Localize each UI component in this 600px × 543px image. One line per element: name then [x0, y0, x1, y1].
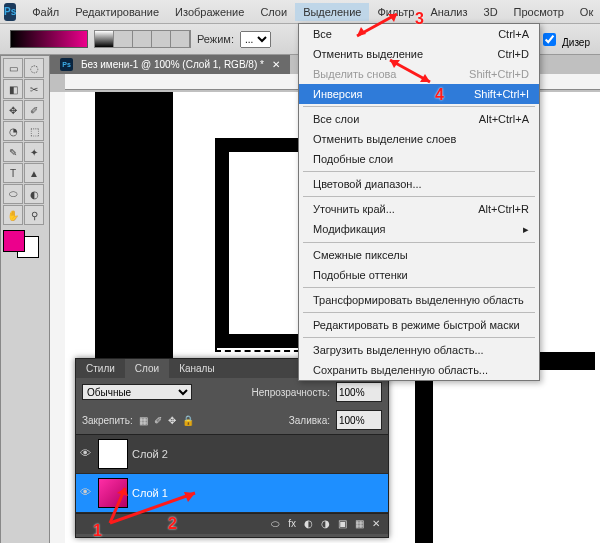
- lock-brush-icon[interactable]: ✐: [154, 415, 162, 426]
- opacity-label: Непрозрачность:: [251, 387, 330, 398]
- app-logo-icon: Ps: [4, 3, 16, 21]
- trash-icon[interactable]: ✕: [372, 518, 380, 530]
- annotation-arrow-4: [382, 52, 442, 92]
- tab-channels[interactable]: Каналы: [169, 359, 225, 378]
- lock-pixels-icon[interactable]: ▦: [139, 415, 148, 426]
- menu-window[interactable]: Ок: [572, 3, 600, 21]
- tool-gradient[interactable]: ⬚: [24, 121, 44, 141]
- link-icon[interactable]: ⬭: [271, 518, 280, 530]
- frame-left: [215, 138, 229, 348]
- annotation-label-1: 1: [93, 522, 102, 540]
- document-title: Без имени-1 @ 100% (Слой 1, RGB/8) *: [81, 59, 264, 70]
- tool-pen[interactable]: ✎: [3, 142, 23, 162]
- annotation-arrow-1-2: [95, 478, 215, 528]
- menu-edit[interactable]: Редактирование: [67, 3, 167, 21]
- ruler-vertical: [50, 92, 66, 543]
- gradient-linear-icon[interactable]: [95, 31, 114, 47]
- menu-deselect-layers[interactable]: Отменить выделение слоев: [299, 129, 539, 149]
- menu-3d[interactable]: 3D: [476, 3, 506, 21]
- menu-refine-edge[interactable]: Уточнить край...Alt+Ctrl+R: [299, 199, 539, 219]
- annotation-arrow-3: [352, 6, 412, 46]
- fill-label: Заливка:: [289, 415, 330, 426]
- annotation-label-2: 2: [168, 515, 177, 533]
- menu-file[interactable]: Файл: [24, 3, 67, 21]
- close-tab-icon[interactable]: ✕: [272, 59, 280, 70]
- mask-icon[interactable]: ◐: [304, 518, 313, 530]
- menu-save[interactable]: Сохранить выделенную область...: [299, 360, 539, 380]
- gradient-diamond-icon[interactable]: [171, 31, 190, 47]
- gradient-angle-icon[interactable]: [133, 31, 152, 47]
- gradient-type-group: [94, 30, 191, 48]
- lock-all-icon[interactable]: 🔒: [182, 415, 194, 426]
- doc-ps-icon: Ps: [60, 58, 73, 71]
- gradient-preview[interactable]: [10, 30, 88, 48]
- tool-zoom[interactable]: ✋: [3, 205, 23, 225]
- opacity-input[interactable]: [336, 382, 382, 402]
- tool-wand[interactable]: ✐: [24, 100, 44, 120]
- tab-styles[interactable]: Стили: [76, 359, 125, 378]
- menu-similar[interactable]: Подобные оттенки: [299, 265, 539, 285]
- tool-lasso[interactable]: ◌: [24, 58, 44, 78]
- adjust-icon[interactable]: ◑: [321, 518, 330, 530]
- tool-marquee[interactable]: ▭: [3, 58, 23, 78]
- layer-thumb[interactable]: [98, 439, 128, 469]
- menu-view[interactable]: Просмотр: [506, 3, 572, 21]
- menu-transform[interactable]: Трансформировать выделенную область: [299, 290, 539, 310]
- visibility-icon[interactable]: 👁: [80, 447, 94, 461]
- mode-select[interactable]: ...: [240, 31, 271, 48]
- tool-text[interactable]: T: [3, 163, 23, 183]
- layer-name: Слой 2: [132, 448, 168, 460]
- menu-grow[interactable]: Смежные пикселы: [299, 245, 539, 265]
- tool-hand[interactable]: ◐: [24, 184, 44, 204]
- tool-brush[interactable]: ◔: [3, 121, 23, 141]
- visibility-icon[interactable]: 👁: [80, 486, 94, 500]
- mode-label: Режим:: [197, 33, 234, 45]
- menu-layers[interactable]: Слои: [252, 3, 295, 21]
- color-swatch[interactable]: [3, 230, 39, 258]
- tool-slice[interactable]: ✂: [24, 79, 44, 99]
- fill-input[interactable]: [336, 410, 382, 430]
- tool-clone[interactable]: ✦: [24, 142, 44, 162]
- menu-modify[interactable]: Модификация▸: [299, 219, 539, 240]
- menu-analysis[interactable]: Анализ: [422, 3, 475, 21]
- group-icon[interactable]: ▣: [338, 518, 347, 530]
- document-tab[interactable]: Ps Без имени-1 @ 100% (Слой 1, RGB/8) * …: [50, 55, 290, 74]
- menu-similar-layers[interactable]: Подобные слои: [299, 149, 539, 169]
- menu-quickmask[interactable]: Редактировать в режиме быстрой маски: [299, 315, 539, 335]
- menu-all-layers[interactable]: Все слоиAlt+Ctrl+A: [299, 109, 539, 129]
- tab-layers[interactable]: Слои: [125, 359, 169, 378]
- dither-checkbox[interactable]: Дизер: [539, 30, 590, 49]
- blend-mode-select[interactable]: Обычные: [82, 384, 192, 400]
- menubar: Ps Файл Редактирование Изображение Слои …: [0, 0, 600, 24]
- tool-move[interactable]: ✥: [3, 100, 23, 120]
- menu-load[interactable]: Загрузить выделенную область...: [299, 340, 539, 360]
- annotation-label-4: 4: [435, 86, 444, 104]
- fx-icon[interactable]: fx: [288, 518, 296, 530]
- toolbox: ▭ ◌ ◧ ✂ ✥ ✐ ◔ ⬚ ✎ ✦ T ▲ ⬭ ◐ ✋ ⚲: [0, 55, 50, 543]
- tool-shape[interactable]: ⬭: [3, 184, 23, 204]
- menu-image[interactable]: Изображение: [167, 3, 252, 21]
- tool-crop[interactable]: ◧: [3, 79, 23, 99]
- lock-label: Закрепить:: [82, 415, 133, 426]
- fg-color[interactable]: [3, 230, 25, 252]
- tool-path[interactable]: ▲: [24, 163, 44, 183]
- tool-3d[interactable]: ⚲: [24, 205, 44, 225]
- menu-color-range[interactable]: Цветовой диапазон...: [299, 174, 539, 194]
- gradient-reflected-icon[interactable]: [152, 31, 171, 47]
- new-icon[interactable]: ▦: [355, 518, 364, 530]
- layer-row[interactable]: 👁 Слой 2: [76, 435, 388, 474]
- annotation-label-3: 3: [415, 10, 424, 28]
- gradient-radial-icon[interactable]: [114, 31, 133, 47]
- lock-move-icon[interactable]: ✥: [168, 415, 176, 426]
